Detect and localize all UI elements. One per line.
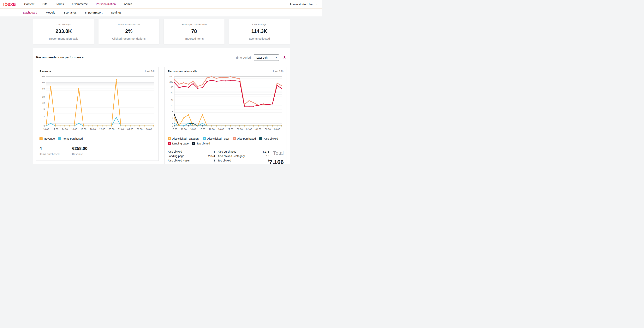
download-icon [282,55,286,59]
stat-value: 78 [192,28,197,34]
svg-text:06:00: 06:00 [265,128,271,131]
svg-text:100: 100 [41,81,45,84]
stat-value: 2% [125,28,132,34]
legend-label: Revenue [44,137,55,140]
sub-nav-item-import-export[interactable]: Import/Export [81,8,106,16]
summary-label: Revenue [72,153,88,156]
total-label: Total [269,150,284,156]
calls-table: Also clicked3Also purchased4,273Landing … [168,150,269,164]
svg-text:10:00: 10:00 [172,128,177,131]
svg-text:16:00: 16:00 [71,128,77,131]
legend-label: Items purchased [63,137,83,140]
stat-label: Imported items [184,37,204,40]
summary-block: €258.00Revenue [72,146,88,156]
stat-period: Previous month 2% [118,23,140,26]
chart-title: Recommendation calls [168,70,197,73]
svg-text:20: 20 [171,99,173,101]
checkbox-checked-icon: ✓ [168,137,171,140]
top-nav-item-site[interactable]: Site [38,0,52,8]
svg-text:50: 50 [42,88,45,90]
svg-text:20:00: 20:00 [90,128,96,131]
calls-table-label: Also clicked [168,150,201,153]
sub-nav-item-settings[interactable]: Settings [106,8,126,16]
personalization-menu: DashboardModelsScenariosImport/ExportSet… [0,8,322,16]
stat-card: Last 30 days114.3KEvents collected [229,19,290,44]
svg-text:10: 10 [171,104,173,107]
panel-controls: Time period: Last 24h ▾ [236,54,287,61]
checkbox-checked-icon: ✓ [192,142,195,145]
legend-label: Also clicked - user [207,137,229,140]
legend-toggle-also-purchased[interactable]: ✓Also purchased [233,137,256,140]
chevron-down-icon: ▾ [316,3,317,5]
svg-text:400: 400 [170,75,173,77]
svg-text:10: 10 [42,102,45,104]
checkbox-checked-icon: ✓ [40,137,42,140]
legend-toggle-revenue[interactable]: ✓Revenue [40,137,55,140]
chart-title: Revenue [40,70,51,73]
revenue-chart: 200100502010521010:0012:0014:0016:0018:0… [40,74,156,132]
svg-text:02:00: 02:00 [246,128,252,131]
svg-text:16:00: 16:00 [200,128,205,131]
top-bar: ibexa ContentSiteFormseCommercePersonali… [0,0,322,8]
stat-value: 114.3K [251,28,267,34]
calls-table-label: Top clicked [218,159,254,162]
stat-label: Events collected [249,37,270,40]
ibexa-logo: ibexa [3,0,16,8]
calls-total: Total 7,166 [269,150,284,164]
calls-table-value: 4,273 [257,150,269,153]
svg-text:08:00: 08:00 [274,128,280,131]
svg-text:20: 20 [42,96,45,98]
chart-legend: ✓Revenue✓Items purchased [40,137,156,140]
revenue-chart-card: Revenue Last 24h 200100502010521010:0012… [36,67,159,161]
svg-text:08:00: 08:00 [146,128,152,131]
top-nav-item-forms[interactable]: Forms [52,0,68,8]
chart-range: Last 24h [145,70,156,73]
legend-toggle-top-clicked[interactable]: ✓Top clicked [192,142,210,145]
calls-table-label: Also purchased [218,150,254,153]
stat-card: Last 30 days233.8KRecommendation calls [33,19,94,44]
svg-text:0: 0 [44,125,45,127]
sub-nav-item-scenarios[interactable]: Scenarios [60,8,81,16]
top-nav-item-personalization[interactable]: Personalization [92,0,120,8]
top-nav-item-admin[interactable]: Admin [120,0,136,8]
svg-text:06:00: 06:00 [136,128,142,131]
stat-period: Last 30 days [56,23,71,26]
chart-header: Revenue Last 24h [40,70,156,73]
svg-text:12:00: 12:00 [52,128,58,131]
revenue-summary: 4Items purchased€258.00Revenue [40,146,156,156]
calls-table-value: 2,874 [204,155,215,158]
legend-toggle-landing-page[interactable]: ✓Landing page [168,142,189,145]
calls-table-label: Landing page [168,155,201,158]
calls-table-label: Also clicked - category [218,155,254,158]
summary-label: Items purchased [40,153,60,156]
svg-text:0: 0 [172,125,173,127]
svg-text:100: 100 [170,86,173,88]
chart-legend: ✓Also clicked - category✓Also clicked - … [168,137,284,145]
checkbox-checked-icon: ✓ [203,137,206,140]
svg-text:200: 200 [41,75,45,77]
top-nav-item-content[interactable]: Content [20,0,38,8]
svg-text:14:00: 14:00 [190,128,196,131]
legend-toggle-also-clicked[interactable]: ✓Also clicked [259,137,278,140]
time-period-select[interactable]: Last 24h ▾ [254,54,279,61]
sub-nav-item-dashboard[interactable]: Dashboard [19,8,42,16]
calls-summary: Also clicked3Also purchased4,273Landing … [168,150,284,164]
checkbox-checked-icon: ✓ [168,142,171,145]
download-button[interactable] [282,55,287,60]
sub-nav-item-models[interactable]: Models [42,8,59,16]
user-name: Administrator User [290,2,314,6]
svg-text:18:00: 18:00 [80,128,86,131]
top-nav-item-ecommerce[interactable]: eCommerce [68,0,92,8]
legend-toggle-also-clicked-category[interactable]: ✓Also clicked - category [168,137,199,140]
svg-text:14:00: 14:00 [62,128,68,131]
user-menu[interactable]: Administrator User ▾ [290,2,317,6]
total-value: 7,166 [269,159,284,164]
legend-toggle-items-purchased[interactable]: ✓Items purchased [58,137,83,140]
chevron-down-icon: ▾ [276,56,277,59]
legend-toggle-also-clicked-user[interactable]: ✓Also clicked - user [203,137,229,140]
svg-text:2: 2 [172,117,173,119]
calls-table-value: 10 [257,155,269,158]
stat-label: Recommendation calls [49,37,78,40]
svg-text:50: 50 [171,91,173,94]
summary-value: €258.00 [72,146,88,151]
